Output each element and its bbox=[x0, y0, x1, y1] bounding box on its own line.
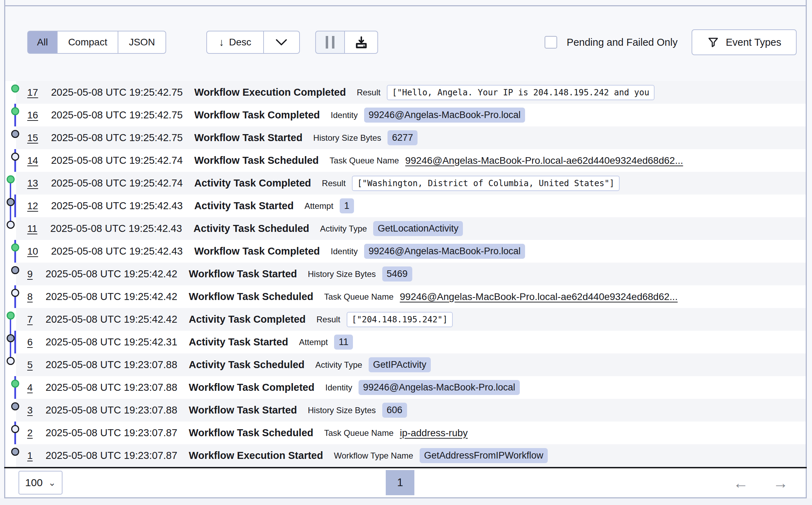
event-id-link[interactable]: 2 bbox=[27, 427, 33, 439]
event-attr-label: Task Queue Name bbox=[324, 428, 394, 438]
event-status-dot bbox=[11, 402, 19, 410]
event-status-dot bbox=[11, 266, 19, 274]
event-id-link[interactable]: 10 bbox=[27, 246, 38, 257]
event-row: 14 2025-05-08 UTC 19:25:42.74 Workflow T… bbox=[5, 149, 806, 172]
event-name: Workflow Task Scheduled bbox=[189, 427, 313, 439]
view-mode-all[interactable]: All bbox=[27, 31, 57, 54]
chevron-down-icon bbox=[275, 39, 287, 46]
event-row: 10 2025-05-08 UTC 19:25:42.43 Workflow T… bbox=[5, 240, 806, 263]
event-id-link[interactable]: 9 bbox=[27, 269, 33, 280]
event-attr-label: Result bbox=[322, 178, 346, 188]
event-attr-label: Identity bbox=[331, 110, 357, 120]
event-id-link[interactable]: 5 bbox=[27, 359, 33, 371]
event-attr-value: ["Washington, District of Columbia, Unit… bbox=[352, 176, 620, 191]
current-page-button[interactable]: 1 bbox=[386, 470, 414, 495]
event-id-link[interactable]: 17 bbox=[27, 87, 38, 98]
event-types-button[interactable]: Event Types bbox=[692, 29, 797, 55]
event-attr-value[interactable]: 99246@Angelas-MacBook-Pro.local-ae62d440… bbox=[400, 291, 678, 302]
event-id-link[interactable]: 1 bbox=[27, 450, 33, 461]
event-attr-value: GetAddressFromIPWorkflow bbox=[420, 448, 548, 463]
event-name: Workflow Task Started bbox=[194, 132, 302, 144]
event-name: Workflow Task Started bbox=[189, 268, 297, 280]
event-id-link[interactable]: 12 bbox=[27, 200, 38, 212]
event-id-link[interactable]: 11 bbox=[27, 223, 37, 234]
event-name: Activity Task Completed bbox=[189, 314, 306, 325]
pause-button[interactable] bbox=[315, 31, 345, 54]
event-id-link[interactable]: 16 bbox=[27, 110, 38, 121]
event-id-link[interactable]: 4 bbox=[27, 382, 33, 393]
event-attr-value: GetLocationActivity bbox=[373, 221, 463, 236]
event-attr-value: 606 bbox=[382, 403, 407, 418]
event-status-dot bbox=[7, 312, 15, 320]
event-name: Workflow Task Started bbox=[189, 404, 297, 416]
event-id-link[interactable]: 8 bbox=[27, 291, 33, 302]
page-size-select[interactable]: 100 ⌄ bbox=[19, 471, 62, 495]
event-name: Workflow Execution Started bbox=[189, 450, 323, 461]
outer-background bbox=[0, 498, 812, 505]
event-status-dot bbox=[7, 198, 15, 206]
arrow-right-icon: → bbox=[773, 474, 788, 491]
sort-order-button[interactable]: ↓ Desc bbox=[206, 31, 264, 54]
event-name: Workflow Task Completed bbox=[189, 382, 315, 393]
view-mode-compact[interactable]: Compact bbox=[57, 31, 118, 54]
event-attr-label: Identity bbox=[325, 383, 352, 393]
event-row: 1 2025-05-08 UTC 19:23:07.87 Workflow Ex… bbox=[5, 444, 806, 467]
event-status-dot bbox=[11, 153, 19, 161]
event-id-link[interactable]: 6 bbox=[27, 337, 33, 348]
event-timestamp: 2025-05-08 UTC 19:23:07.88 bbox=[46, 404, 177, 416]
event-name: Activity Task Scheduled bbox=[189, 359, 304, 371]
filter-cluster: Pending and Failed Only Event Types bbox=[545, 29, 797, 55]
pending-failed-checkbox[interactable] bbox=[545, 36, 557, 49]
event-name: Workflow Task Scheduled bbox=[189, 291, 313, 302]
event-timestamp: 2025-05-08 UTC 19:25:42.74 bbox=[51, 177, 183, 189]
event-timestamp: 2025-05-08 UTC 19:25:42.42 bbox=[46, 314, 177, 325]
event-attr-label: Attempt bbox=[299, 337, 328, 347]
event-attr-value: 99246@Angelas-MacBook-Pro.local bbox=[364, 108, 525, 123]
event-timestamp: 2025-05-08 UTC 19:25:42.43 bbox=[51, 200, 183, 212]
event-status-dot bbox=[7, 357, 15, 365]
event-name: Activity Task Completed bbox=[194, 177, 311, 189]
event-attr-value: ["204.148.195.242"] bbox=[347, 312, 453, 327]
pause-icon bbox=[326, 36, 334, 49]
event-id-link[interactable]: 13 bbox=[27, 178, 38, 189]
event-row: 16 2025-05-08 UTC 19:25:42.75 Workflow T… bbox=[5, 104, 806, 126]
event-id-link[interactable]: 3 bbox=[27, 405, 33, 416]
event-status-dot bbox=[7, 334, 15, 342]
event-timestamp: 2025-05-08 UTC 19:23:07.87 bbox=[46, 450, 177, 461]
event-timestamp: 2025-05-08 UTC 19:23:07.88 bbox=[46, 359, 177, 371]
event-timestamp: 2025-05-08 UTC 19:25:42.43 bbox=[50, 223, 182, 234]
view-mode-json[interactable]: JSON bbox=[118, 31, 166, 54]
event-timestamp: 2025-05-08 UTC 19:25:42.75 bbox=[51, 132, 183, 144]
event-id-link[interactable]: 7 bbox=[27, 314, 33, 325]
event-name: Workflow Task Scheduled bbox=[194, 155, 319, 166]
pending-failed-label[interactable]: Pending and Failed Only bbox=[567, 37, 678, 48]
previous-page-button[interactable]: ← bbox=[731, 475, 751, 491]
next-page-button[interactable]: → bbox=[771, 475, 790, 491]
event-timestamp: 2025-05-08 UTC 19:25:42.75 bbox=[51, 109, 183, 121]
event-attr-label: History Size Bytes bbox=[313, 133, 381, 143]
event-status-dot bbox=[7, 175, 15, 183]
pager-arrows: ← → bbox=[731, 468, 790, 497]
event-attr-label: History Size Bytes bbox=[308, 405, 376, 415]
event-name: Workflow Execution Completed bbox=[194, 87, 346, 98]
event-attr-label: Task Queue Name bbox=[324, 292, 394, 302]
event-timestamp: 2025-05-08 UTC 19:25:42.42 bbox=[46, 268, 177, 280]
event-name: Activity Task Started bbox=[194, 200, 294, 212]
event-name: Workflow Task Completed bbox=[194, 109, 320, 121]
event-attr-value: 99246@Angelas-MacBook-Pro.local bbox=[364, 244, 525, 259]
event-timestamp: 2025-05-08 UTC 19:25:42.31 bbox=[46, 336, 177, 348]
event-status-dot bbox=[11, 243, 19, 251]
event-row: 15 2025-05-08 UTC 19:25:42.75 Workflow T… bbox=[5, 126, 806, 149]
event-row: 7 2025-05-08 UTC 19:25:42.42 Activity Ta… bbox=[5, 308, 806, 331]
event-attr-value[interactable]: 99246@Angelas-MacBook-Pro.local-ae62d440… bbox=[405, 155, 683, 166]
event-id-link[interactable]: 15 bbox=[27, 132, 38, 144]
download-button[interactable] bbox=[345, 31, 378, 54]
event-attr-value[interactable]: ip-address-ruby bbox=[400, 427, 468, 439]
arrow-left-icon: ← bbox=[733, 474, 748, 491]
event-status-dot bbox=[7, 221, 15, 229]
event-timestamp: 2025-05-08 UTC 19:25:42.43 bbox=[51, 246, 183, 257]
chevron-down-icon: ⌄ bbox=[48, 481, 56, 485]
event-id-link[interactable]: 14 bbox=[27, 155, 38, 166]
event-row: 5 2025-05-08 UTC 19:23:07.88 Activity Ta… bbox=[5, 353, 806, 376]
sort-options-button[interactable] bbox=[264, 31, 300, 54]
